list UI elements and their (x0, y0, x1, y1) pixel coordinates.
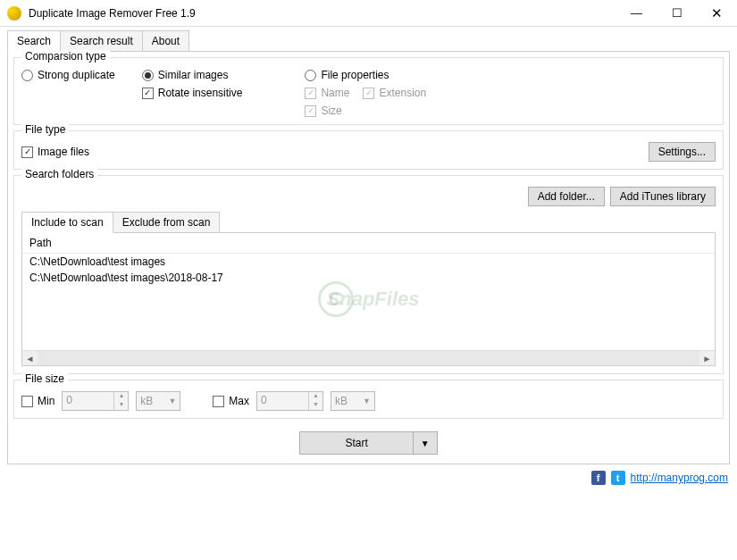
path-item[interactable]: C:\NetDownload\test images\2018-08-17 (22, 270, 715, 286)
window-title: Duplicate Image Remover Free 1.9 (29, 7, 616, 20)
checkbox-max[interactable]: Max (213, 395, 249, 407)
watermark: C SnapFiles (318, 281, 420, 317)
checkbox-name: Name (305, 87, 349, 99)
app-icon (7, 6, 21, 21)
checkbox-label-text: Image files (38, 146, 89, 158)
checkbox-min[interactable]: Min (21, 395, 54, 407)
file-type-fieldset: File type Image files Settings... (13, 130, 724, 170)
start-row: Start ▼ (13, 424, 724, 458)
tab-include-scan[interactable]: Include to scan (21, 212, 113, 233)
radio-icon (142, 70, 154, 81)
scan-tabs: Include to scan Exclude from scan (21, 212, 716, 233)
checkbox-label-text: Max (229, 395, 249, 407)
checkbox-size: Size (305, 104, 426, 117)
checkbox-label-text: Name (321, 87, 349, 99)
max-unit-select: kB ▼ (331, 391, 375, 411)
radio-label-text: Similar images (158, 69, 229, 81)
spinner-up-icon: ▲ (309, 392, 322, 401)
checkbox-label-text: Rotate insensitive (158, 87, 243, 99)
minimize-button[interactable]: — (616, 0, 657, 27)
path-column-header[interactable]: Path (22, 233, 715, 254)
path-item[interactable]: C:\NetDownload\test images (22, 254, 715, 270)
radio-icon (305, 70, 316, 81)
tab-about[interactable]: About (142, 30, 189, 52)
min-spinner: 0 ▲ ▼ (62, 391, 129, 411)
tab-search[interactable]: Search (7, 30, 61, 52)
checkbox-icon (305, 105, 316, 117)
radio-label-text: Strong duplicate (38, 69, 115, 81)
titlebar: Duplicate Image Remover Free 1.9 — ☐ ✕ (0, 0, 737, 27)
start-dropdown-button[interactable]: ▼ (414, 431, 438, 455)
radio-similar-images[interactable]: Similar images (142, 69, 243, 81)
checkbox-icon (21, 146, 33, 158)
checkbox-icon (21, 396, 33, 407)
path-list[interactable]: Path C:\NetDownload\test images C:\NetDo… (21, 232, 716, 366)
checkbox-image-files[interactable]: Image files (21, 146, 89, 158)
chevron-down-icon: ▼ (363, 397, 371, 405)
spinner-down-icon: ▼ (114, 401, 128, 410)
scroll-track[interactable] (38, 351, 699, 365)
file-type-legend: File type (21, 123, 69, 136)
facebook-icon[interactable]: f (591, 471, 606, 485)
footer: f t http://manyprog.com (0, 467, 737, 489)
tab-search-result[interactable]: Search result (60, 30, 143, 52)
select-value: kB (140, 395, 153, 407)
radio-strong-duplicate[interactable]: Strong duplicate (21, 69, 115, 81)
settings-button[interactable]: Settings... (649, 142, 716, 162)
radio-icon (21, 70, 33, 81)
scroll-left-icon[interactable]: ◄ (22, 351, 38, 366)
checkbox-label-text: Min (38, 395, 54, 407)
radio-file-properties[interactable]: File properties (305, 69, 426, 81)
content-panel: Comparsion type Strong duplicate Similar… (7, 51, 730, 464)
window-controls: — ☐ ✕ (616, 0, 737, 27)
maximize-button[interactable]: ☐ (657, 0, 697, 27)
close-button[interactable]: ✕ (697, 0, 737, 27)
main-tabs: Search Search result About (0, 27, 737, 52)
spinner-value: 0 (63, 392, 113, 410)
file-size-fieldset: File size Min 0 ▲ ▼ kB ▼ Max (13, 380, 724, 419)
comparison-type-fieldset: Comparsion type Strong duplicate Similar… (13, 57, 724, 125)
add-itunes-button[interactable]: Add iTunes library (610, 187, 716, 206)
start-button[interactable]: Start (299, 431, 413, 455)
twitter-icon[interactable]: t (611, 471, 625, 485)
checkbox-label-text: Extension (379, 87, 426, 99)
file-size-legend: File size (21, 372, 68, 385)
chevron-down-icon: ▼ (168, 397, 176, 405)
checkbox-icon (305, 88, 316, 99)
comparison-type-legend: Comparsion type (21, 50, 110, 63)
tab-exclude-scan[interactable]: Exclude from scan (113, 212, 221, 233)
search-folders-legend: Search folders (21, 168, 97, 180)
max-spinner: 0 ▲ ▼ (256, 391, 323, 411)
radio-label-text: File properties (321, 69, 389, 81)
checkbox-icon (213, 396, 224, 407)
scroll-right-icon[interactable]: ► (699, 351, 715, 366)
checkbox-label-text: Size (321, 104, 341, 117)
checkbox-extension: Extension (363, 87, 426, 99)
select-value: kB (335, 395, 348, 407)
checkbox-icon (142, 88, 154, 99)
spinner-down-icon: ▼ (309, 401, 322, 410)
homepage-link[interactable]: http://manyprog.com (631, 472, 728, 484)
min-unit-select: kB ▼ (136, 391, 180, 411)
add-folder-button[interactable]: Add folder... (528, 187, 605, 206)
horizontal-scrollbar[interactable]: ◄ ► (22, 350, 715, 365)
spinner-up-icon: ▲ (114, 392, 128, 401)
spinner-value: 0 (257, 392, 308, 410)
checkbox-rotate-insensitive[interactable]: Rotate insensitive (142, 87, 243, 99)
search-folders-fieldset: Search folders Add folder... Add iTunes … (13, 175, 724, 374)
checkbox-icon (363, 88, 374, 99)
